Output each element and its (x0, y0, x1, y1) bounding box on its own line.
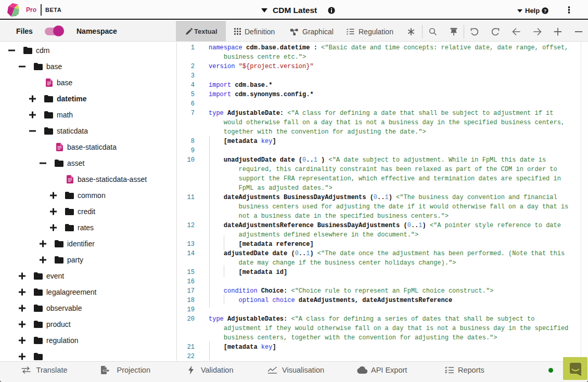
svg-text:?: ? (544, 8, 547, 14)
